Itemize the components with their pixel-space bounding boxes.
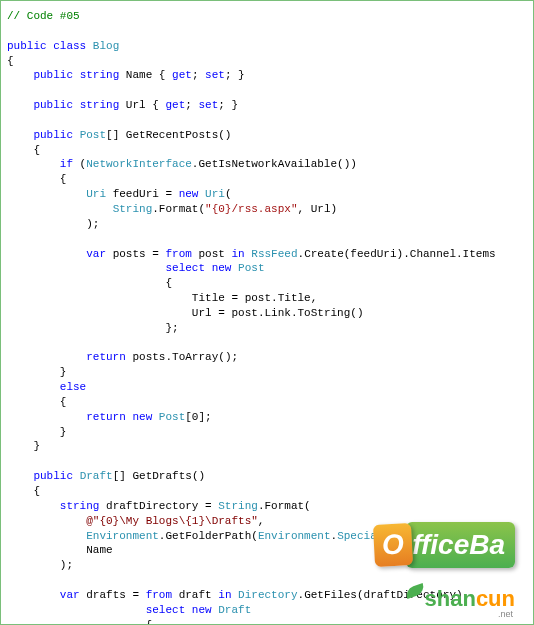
ident: ToString <box>298 307 351 319</box>
kw: new <box>192 604 212 616</box>
punct: () <box>218 129 231 141</box>
brace: { <box>60 396 67 408</box>
type: String <box>218 500 258 512</box>
kw: public <box>33 470 73 482</box>
ident: Create <box>304 248 344 260</box>
comment: // Code #05 <box>7 10 80 22</box>
type: Environment <box>258 530 331 542</box>
ident: GetDrafts <box>132 470 191 482</box>
kw: in <box>232 248 245 260</box>
kw: return <box>86 411 126 423</box>
ident: Channel <box>410 248 456 260</box>
ident: Format <box>159 203 199 215</box>
kw: new <box>179 188 199 200</box>
leaf-icon <box>403 583 425 599</box>
ident: Title <box>278 292 311 304</box>
type: Post <box>159 411 185 423</box>
kw: var <box>86 248 106 260</box>
ident: post <box>198 248 224 260</box>
type: Post <box>80 129 106 141</box>
ident: draft <box>179 589 212 601</box>
punct: () <box>192 470 205 482</box>
kw: string <box>80 99 120 111</box>
ident: Url <box>126 99 146 111</box>
string: "{0}/rss.aspx" <box>205 203 297 215</box>
kw: public <box>33 69 73 81</box>
kw: var <box>60 589 80 601</box>
brace: { <box>60 173 67 185</box>
brace: } <box>60 366 67 378</box>
kw: public <box>33 129 73 141</box>
kw: set <box>205 69 225 81</box>
kw: new <box>212 262 232 274</box>
kw: from <box>165 248 191 260</box>
type: Uri <box>86 188 106 200</box>
brace: { <box>7 55 14 67</box>
ident: GetFolderPath <box>165 530 251 542</box>
brace: } <box>60 426 67 438</box>
kw: select <box>165 262 205 274</box>
ident: Link <box>264 307 290 319</box>
type: Blog <box>93 40 119 52</box>
kw: select <box>146 604 186 616</box>
code-editor: // Code #05 public class Blog { public s… <box>0 0 534 625</box>
ident: Url <box>192 307 212 319</box>
kw: get <box>165 99 185 111</box>
ident: posts <box>132 351 165 363</box>
ident: GetFiles <box>304 589 357 601</box>
kw: string <box>80 69 120 81</box>
ident: draftDirectory <box>106 500 198 512</box>
ident: feedUri <box>350 248 396 260</box>
ident: GetIsNetworkAvailable <box>198 158 337 170</box>
type: Environment <box>86 530 159 542</box>
ident: drafts <box>86 589 126 601</box>
logo-rest: fficeBa <box>406 522 515 568</box>
type: Uri <box>205 188 225 200</box>
watermark-officeba: OfficeBa <box>374 522 515 568</box>
kw: get <box>172 69 192 81</box>
kw: return <box>86 351 126 363</box>
kw: if <box>60 158 73 170</box>
watermark-net: .net <box>498 608 513 620</box>
kw: class <box>53 40 86 52</box>
punct: [0]; <box>185 411 211 423</box>
ident: ToArray <box>172 351 218 363</box>
type: Directory <box>238 589 297 601</box>
type: Draft <box>80 470 113 482</box>
kw: new <box>132 411 152 423</box>
kw: set <box>198 99 218 111</box>
ident: Format <box>264 500 304 512</box>
type: Draft <box>218 604 251 616</box>
punct: [] <box>113 470 126 482</box>
ident: post <box>231 307 257 319</box>
logo-shan: shan <box>425 586 476 611</box>
ident: Url <box>311 203 331 215</box>
ident: feedUri <box>113 188 159 200</box>
ident: Name <box>126 69 152 81</box>
ident: Items <box>463 248 496 260</box>
brace: { <box>33 144 40 156</box>
kw: string <box>60 500 100 512</box>
type: String <box>113 203 153 215</box>
ident: posts <box>113 248 146 260</box>
kw: from <box>146 589 172 601</box>
ident: post <box>245 292 271 304</box>
kw: public <box>7 40 47 52</box>
kw: public <box>33 99 73 111</box>
punct: [] <box>106 129 119 141</box>
brace: } <box>33 440 40 452</box>
type: RssFeed <box>251 248 297 260</box>
type: NetworkInterface <box>86 158 192 170</box>
kw: else <box>60 381 86 393</box>
ident: Title <box>192 292 225 304</box>
logo-letter-o: O <box>373 523 413 567</box>
ident: GetRecentPosts <box>126 129 218 141</box>
type: Post <box>238 262 264 274</box>
brace: { <box>33 485 40 497</box>
kw: in <box>218 589 231 601</box>
ident: Name <box>86 544 112 556</box>
string: @"{0}\My Blogs\{1}\Drafts" <box>86 515 258 527</box>
